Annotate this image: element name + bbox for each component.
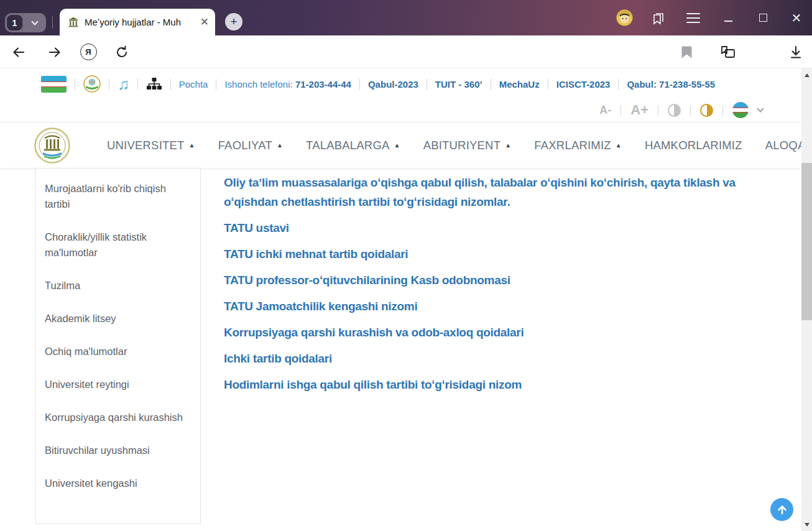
site-utility-bar: ♫ Pochta Ishonch telefoni: 71-203-44-44 … [41, 73, 715, 95]
divider [722, 105, 723, 116]
nav-faoliyat[interactable]: FAOLIYAT ▲ [218, 139, 283, 152]
window-maximize-button[interactable] [754, 0, 772, 35]
contrast-mode-gold-icon[interactable] [700, 104, 713, 117]
nav-hamkorlarimiz[interactable]: HAMKORLARIMIZ [645, 139, 742, 152]
divider [621, 105, 621, 116]
language-selector-flag-icon[interactable] [732, 102, 749, 118]
nav-label: FAXRLARIMIZ [534, 139, 611, 152]
sidebar-item-tuzilma[interactable]: Tuzilma [45, 278, 191, 293]
divider [216, 79, 216, 90]
forward-button[interactable] [45, 35, 65, 68]
font-increase-button[interactable]: A+ [630, 102, 648, 118]
nav-faxrlarimiz[interactable]: FAXRLARIMIZ ▲ [534, 139, 622, 152]
nav-label: FAOLIYAT [218, 139, 272, 152]
sidebar-item-murojaatlar[interactable]: Murojaatlarni ko'rib chiqish tartibi [45, 181, 191, 212]
divider [491, 79, 491, 90]
bookmarks-panel-icon[interactable] [649, 0, 668, 35]
new-tab-button[interactable]: + [225, 13, 242, 30]
tab-close-icon[interactable]: ✕ [200, 17, 209, 27]
document-links-list: Oliy taʼlim muassasalariga oʻqishga qabu… [224, 173, 771, 401]
nav-aloqa[interactable]: ALOQA [765, 139, 801, 152]
profile-avatar[interactable] [616, 0, 633, 35]
caret-up-icon: ▲ [394, 142, 400, 149]
webpage: ♫ Pochta Ishonch telefoni: 71-203-44-44 … [0, 68, 801, 531]
sitemap-icon[interactable] [146, 76, 162, 91]
link-qabul-phone[interactable]: Qabul: 71-238-55-55 [627, 79, 715, 90]
scrollbar-down-arrow[interactable] [801, 519, 812, 530]
link-pochta[interactable]: Pochta [179, 79, 208, 90]
divider [170, 79, 171, 90]
anthem-music-icon[interactable]: ♫ [118, 76, 129, 92]
browser-window: 1 Meʼyoriy hujjatlar - Muh ✕ + [0, 0, 812, 531]
sidebar-item-statistik[interactable]: Choraklik/yillik statistik ma'lumotlar [45, 229, 191, 261]
caret-up-icon: ▲ [189, 142, 195, 149]
doc-link-ishga-qabul-nizom[interactable]: Hodimlarni ishga qabul qilish tartibi to… [224, 375, 771, 394]
doc-link-kasb-odobnomasi[interactable]: TATU professor-oʻqituvchilarining Kasb o… [224, 270, 771, 290]
nav-label: ABITURIYENT [423, 139, 501, 152]
divider [427, 79, 427, 90]
titlebar-divider [52, 16, 53, 29]
sidebar-item-akademik-litsey[interactable]: Akademik litsey [45, 311, 191, 326]
sidebar-item-bitiruvchilar[interactable]: Bitiruvchilar uyushmasi [45, 443, 191, 458]
menu-icon[interactable] [684, 0, 703, 35]
link-tuit-360[interactable]: TUIT - 360ʼ [435, 79, 482, 90]
doc-link-ustav[interactable]: TATU ustavi [224, 218, 771, 238]
yandex-browser-icon[interactable]: Я [78, 35, 98, 68]
divider [690, 105, 691, 116]
uzbekistan-flag-icon[interactable] [41, 76, 67, 93]
browser-tab-active[interactable]: Meʼyoriy hujjatlar - Muh ✕ [60, 9, 215, 35]
font-decrease-button[interactable]: A- [599, 104, 611, 117]
link-ishonch-telefoni[interactable]: Ishonch telefoni: 71-203-44-44 [224, 79, 351, 90]
yandex-letter: Я [85, 47, 91, 57]
link-qabul-2023[interactable]: Qabul-2023 [368, 79, 418, 90]
nav-label: UNIVERSITET [107, 139, 185, 152]
doc-link-ichki-tartib[interactable]: Ichki tartib qoidalari [224, 349, 771, 368]
contrast-mode-gray-icon[interactable] [668, 104, 681, 117]
nav-items: UNIVERSITET ▲ FAOLIYAT ▲ TALABALARGA ▲ A… [107, 122, 801, 168]
downloads-icon[interactable] [785, 35, 807, 68]
window-minimize-button[interactable] [719, 0, 737, 35]
collections-icon[interactable] [716, 35, 739, 68]
back-button[interactable] [9, 35, 29, 68]
tuit-logo[interactable] [34, 127, 70, 164]
window-close-button[interactable]: ✕ [787, 0, 806, 35]
scrollbar-thumb[interactable] [801, 163, 812, 320]
doc-link-korrupsiya-qoidalari[interactable]: Korrupsiyaga qarshi kurashish va odob-ax… [224, 323, 771, 342]
page-scrollbar[interactable] [801, 68, 812, 531]
sidebar-item-kengash[interactable]: Universitet kengashi [45, 476, 191, 491]
divider [658, 105, 658, 116]
reload-button[interactable] [112, 35, 132, 68]
doc-link-jamoatchilik-kengash[interactable]: TATU Jamoatchilik kengashi nizomi [224, 297, 771, 316]
tab-list-dropdown[interactable] [22, 13, 46, 32]
arrow-up-icon [777, 504, 788, 515]
doc-link-mehnat-qoidalari[interactable]: TATU ichki mehnat tartib qoidalari [224, 244, 771, 264]
bookmark-page-icon[interactable] [676, 35, 696, 68]
sidebar-menu: Murojaatlarni ko'rib chiqish tartibi Cho… [35, 168, 201, 524]
sidebar-item-korrupsiya[interactable]: Korrupsiyaga qarshi kurashish [45, 410, 191, 425]
chevron-down-icon [31, 18, 38, 25]
divider [109, 79, 109, 90]
tab-title: Meʼyoriy hujjatlar - Muh [85, 17, 195, 27]
doc-link-nizomlar[interactable]: Oliy taʼlim muassasalariga oʻqishga qabu… [224, 173, 771, 211]
divider [359, 79, 360, 90]
tab-counter-button[interactable]: 1 [5, 13, 46, 32]
nav-label: TALABALARGA [306, 139, 390, 152]
scroll-to-top-button[interactable] [770, 498, 793, 521]
sidebar-item-reyting[interactable]: Universitet reytingi [45, 377, 191, 392]
link-mechauz[interactable]: MechaUz [499, 79, 540, 90]
divider [548, 79, 548, 90]
nav-talabalarga[interactable]: TALABALARGA ▲ [306, 139, 400, 152]
link-icisct-2023[interactable]: ICISCT-2023 [556, 79, 611, 90]
chevron-down-icon[interactable] [757, 105, 764, 112]
browser-toolbar: Я tuit.uz Meʼyoriy hujjatlar - Muhammad … [0, 35, 812, 68]
divider [75, 79, 75, 90]
nav-universitet[interactable]: UNIVERSITET ▲ [107, 139, 195, 152]
ishonch-number: 71-203-44-44 [295, 79, 351, 90]
sidebar-item-ochiq-malumotlar[interactable]: Ochiq ma'lumotlar [45, 344, 191, 359]
state-emblem-icon[interactable] [83, 75, 101, 93]
divider [137, 79, 138, 90]
scrollbar-up-arrow[interactable] [801, 70, 812, 80]
nav-abituriyent[interactable]: ABITURIYENT ▲ [423, 139, 512, 152]
browser-titlebar: 1 Meʼyoriy hujjatlar - Muh ✕ + [0, 0, 812, 35]
tab-favicon-university-icon [67, 16, 80, 29]
